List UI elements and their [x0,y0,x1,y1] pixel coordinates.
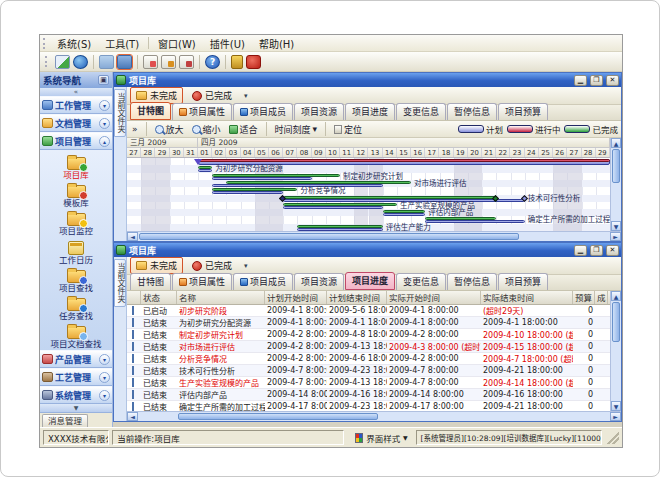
gantt-bar-done-评估生产能力[interactable] [297,225,382,228]
tab-甘特图[interactable]: 甘特图 [130,273,171,290]
scroll-down-icon[interactable]: ▼ [611,221,621,231]
scroll-down-icon[interactable]: ▼ [611,401,621,411]
gantt-bar-done-为初步研究分配资源[interactable] [198,166,212,169]
report-add-icon[interactable] [143,55,158,69]
table-row[interactable]: 已结束分析竞争情况2009-4-2 8:00:002009-4-6 18:00:… [127,353,610,365]
toolbar-overflow-icon[interactable]: ▾ [241,262,251,270]
gantt-bar-plan-确定生产所需的加工过程[interactable] [425,220,524,223]
expand-icon[interactable]: ▾ [99,100,110,111]
gantt-bar-done-确定生产所需的加工过程[interactable] [425,217,496,220]
table-row[interactable]: 已结束制定初步研究计划2009-4-2 8:00:002009-4-8 18:0… [127,329,610,341]
table-row[interactable]: 已结束生产实验室规模的产品2009-4-7 8:00:002009-4-13 1… [127,377,610,389]
exit-icon[interactable] [246,55,261,69]
help-icon[interactable]: ? [205,55,220,69]
fit-button[interactable]: 适合 [227,123,260,136]
table-row[interactable]: 已结束为初步研究分配资源2009-4-1 8:00:002009-4-1 18:… [127,317,610,329]
gantt-bar-plan-评估生产能力[interactable] [297,228,382,231]
sidebar-item-项目文档查找[interactable]: 项目文档查找 [40,322,112,350]
sidebar-section-文档管理[interactable]: 文档管理▾ [40,114,112,132]
minimize-icon[interactable]: ▁ [574,245,587,256]
scroll-up-icon[interactable]: ▲ [611,138,621,148]
current-folder-tab[interactable]: 当前文件夹 [114,259,126,307]
menu-item-5[interactable]: 帮助(H) [252,35,301,52]
expand-icon[interactable]: ▾ [99,390,110,401]
sidebar-section-工作管理[interactable]: 工作管理▾ [40,96,112,114]
tab-项目进度[interactable]: 项目进度 [345,272,395,290]
sidebar-section-工艺管理[interactable]: 工艺管理▾ [40,368,112,386]
sidebar-item-工作日历[interactable]: 工作日历 [40,237,112,266]
gantt-bar-done-技术可行性分析[interactable] [283,196,496,199]
table-row[interactable]: 已结束对市场进行评估2009-4-2 8:00:002009-4-13 18:0… [127,341,610,353]
gantt-horizontal-scrollbar[interactable]: ◄ ► [127,231,621,241]
toolbar-overflow-icon[interactable]: ▾ [241,92,251,100]
finished-filter-button[interactable]: 已完成 [186,257,238,274]
sidebar-item-项目查找[interactable]: 项目查找 [40,266,112,294]
report-edit-icon[interactable] [161,55,176,69]
restore-icon[interactable]: ❐ [590,75,603,86]
expand-icon[interactable]: ▾ [99,118,110,129]
sidebar-item-项目库[interactable]: 项目库 [40,153,112,181]
tab-项目预算[interactable]: 项目预算 [498,273,548,290]
gantt-bar-done-分析竞争情况[interactable] [212,188,297,191]
menu-item-4[interactable]: 插件(U) [203,35,252,52]
scroll-left-icon[interactable]: ◄ [127,232,138,241]
collapse-icon[interactable]: ▴ [99,136,110,147]
gantt-bar-plan-为初步研究分配资源[interactable] [198,169,212,172]
sidebar-section-产品管理[interactable]: 产品管理▾ [40,350,112,368]
zoom-out-button[interactable]: 缩小 [190,123,223,136]
report-delete-icon[interactable] [179,55,194,69]
column-header-预算[interactable]: 预算 [573,291,595,304]
tab-项目属性[interactable]: 项目属性 [172,273,232,290]
tab-项目成员[interactable]: 项目成员 [233,273,293,290]
tab-甘特图[interactable]: 甘特图 [130,102,171,120]
tab-变更信息[interactable]: 变更信息 [396,103,446,120]
tab-项目资源[interactable]: 项目资源 [294,103,344,120]
column-header-名称[interactable]: 名称 [177,291,265,304]
folder-icon[interactable] [99,55,114,69]
nav-pin-icon[interactable]: ▣ [98,75,109,85]
table-horizontal-scrollbar[interactable]: ◄ ► [127,411,621,421]
column-header-成[interactable]: 成 [595,291,608,304]
tab-暂停信息[interactable]: 暂停信息 [447,273,497,290]
gantt-vertical-scrollbar[interactable]: ▲ ▼ [610,138,621,231]
tab-项目成员[interactable]: 项目成员 [233,103,293,120]
nav-overflow-chevron[interactable]: ▼ [40,404,112,412]
nav-collapse-strip[interactable]: « [40,88,112,96]
sidebar-item-模板库[interactable]: 模板库 [40,181,112,209]
scroll-right-icon[interactable]: ► [610,232,621,241]
more-tools-icon[interactable]: » [130,124,140,134]
gantt-bar-plan-生产实验室规模的产品[interactable] [283,206,382,209]
menu-grip[interactable] [43,38,47,49]
minimize-icon[interactable]: ▁ [574,75,587,86]
unfinished-filter-button[interactable]: 未完成 [130,257,183,274]
sidebar-section-项目管理[interactable]: 项目管理▴ [40,132,112,150]
gantt-bar-done-对市场进行评估[interactable] [226,181,411,184]
close-icon[interactable]: ✕ [606,75,619,86]
gantt-bar-plan-制定初步研究计划[interactable] [212,177,311,180]
scroll-up-icon[interactable]: ▲ [611,291,621,301]
tab-暂停信息[interactable]: 暂停信息 [447,103,497,120]
tab-项目进度[interactable]: 项目进度 [345,103,395,120]
restore-icon[interactable]: ❐ [590,245,603,256]
zoom-in-button[interactable]: 放大 [153,123,186,136]
gantt-bar-plan-分析竞争情况[interactable] [212,191,283,194]
tab-项目属性[interactable]: 项目属性 [172,103,232,120]
time-scale-dropdown[interactable]: 时间刻度 ▾ [273,123,320,136]
menu-item-2[interactable]: 工具(T) [98,35,146,52]
column-header-计划开始时间[interactable]: 计划开始时间 [265,291,327,304]
toolbar-grip[interactable] [45,56,49,67]
resize-grip[interactable] [607,432,619,444]
table-vertical-scrollbar[interactable]: ▲ ▼ [610,291,621,411]
gantt-bar-done-生产实验室规模的产品[interactable] [283,203,397,206]
lock-icon[interactable] [231,55,243,69]
table-row[interactable]: 已启动初步研究阶段2009-4-1 8:00:002009-5-6 18:00:… [127,305,610,317]
finished-filter-button[interactable]: 已完成 [186,87,238,104]
column-header-实际结束时间[interactable]: 实际结束时间 [481,291,573,304]
sidebar-section-系统管理[interactable]: 系统管理▾ [40,386,112,404]
current-folder-tab[interactable]: 当前文件夹 [114,89,126,137]
table-row[interactable]: 已结束技术可行性分析2009-4-7 8:00:002009-4-23 18:0… [127,365,610,377]
remote-desktop-icon[interactable] [55,55,70,69]
tab-message-management[interactable]: 消息管理 [42,414,88,427]
sidebar-item-任务查找[interactable]: 任务查找 [40,294,112,322]
menu-item-1[interactable]: 系统(S) [50,35,98,52]
